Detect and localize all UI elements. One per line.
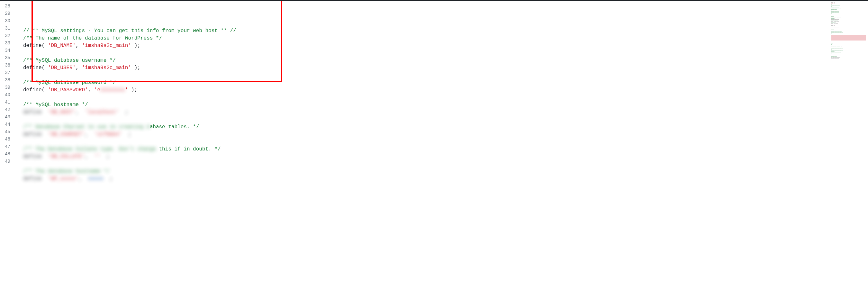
code-token: define — [23, 175, 48, 183]
line-number: 46 — [0, 136, 16, 143]
code-line[interactable] — [16, 116, 830, 123]
code-token: , — [85, 153, 94, 160]
code-token: define — [23, 43, 42, 49]
code-token: 'imsha9s2c_main' — [82, 65, 131, 71]
code-token: xxxxxxxx — [100, 87, 125, 94]
code-token: /** Database Charset to use in creating … — [23, 123, 150, 131]
code-content-area[interactable]: // ** MySQL settings - You can get this … — [16, 0, 830, 281]
line-number: 30 — [0, 18, 16, 25]
code-line[interactable]: define( 'DB_NAME', 'imsha9s2c_main' ); — [16, 42, 830, 50]
code-token: xxxxx — [88, 175, 103, 183]
code-token: /** MySQL hostname */ — [23, 102, 88, 108]
code-line[interactable]: /** MySQL database username */ — [16, 57, 830, 64]
minimap[interactable]: xxxxx xxxxxxx xxxx xxxxxxxxxxx xxxxxxxxx… — [830, 0, 868, 281]
code-line[interactable]: /** The database hostname */ — [16, 168, 830, 175]
code-token: define — [23, 87, 42, 93]
code-token: this if in doubt. */ — [156, 146, 221, 152]
code-token: /** The database hostname */ — [23, 168, 110, 175]
code-token: // ** MySQL settings - You can get this … — [23, 28, 236, 34]
code-line[interactable]: define 'WP_xxxxx', xxxxx ; — [16, 175, 830, 183]
line-number: 29 — [0, 10, 16, 18]
code-token: /** MySQL database username */ — [23, 58, 116, 63]
code-line[interactable]: define 'DB_CHARSET', 'utf8mb4' ; — [16, 131, 830, 138]
code-token: ; — [119, 109, 128, 116]
code-line[interactable] — [16, 94, 830, 101]
code-editor[interactable]: 2829303132333435363738394041424344454647… — [0, 0, 830, 281]
line-number: 39 — [0, 84, 16, 91]
line-number: 48 — [0, 151, 16, 158]
code-line[interactable]: define 'DB_HOST', 'localhost' ; — [16, 109, 830, 116]
line-number: 44 — [0, 121, 16, 128]
line-number: 35 — [0, 54, 16, 62]
code-token: 'DB_HOST' — [48, 109, 75, 116]
line-number: 36 — [0, 62, 16, 69]
line-number: 31 — [0, 25, 16, 32]
code-line[interactable] — [16, 50, 830, 57]
line-number: 40 — [0, 91, 16, 99]
code-token: 'DB_CHARSET' — [48, 131, 85, 138]
code-token: 'DB_PASSWORD' — [48, 87, 88, 93]
code-token: 'DB_USER' — [48, 65, 75, 71]
code-line[interactable]: /** The name of the database for WordPre… — [16, 35, 830, 42]
code-token: , — [75, 43, 82, 49]
code-token: /** The name of the database for WordPre… — [23, 35, 162, 41]
code-line[interactable]: /** MySQL database password */ — [16, 79, 830, 87]
line-number: 42 — [0, 106, 16, 114]
code-line[interactable]: /** MySQL hostname */ — [16, 101, 830, 109]
code-token: 'localhost' — [85, 109, 119, 116]
line-number: 41 — [0, 99, 16, 106]
code-token: ; — [103, 175, 113, 183]
editor-top-bar — [0, 0, 868, 1]
code-token: define — [23, 109, 48, 116]
line-number: 37 — [0, 69, 16, 76]
code-token: ); — [131, 65, 141, 71]
code-token: ; — [100, 153, 110, 160]
line-number: 45 — [0, 128, 16, 136]
code-token: ; — [122, 131, 131, 138]
code-token: '' — [94, 153, 100, 160]
code-token: ); — [131, 43, 141, 49]
code-line[interactable]: define( 'DB_PASSWORD', 'exxxxxxxx' ); — [16, 87, 830, 94]
code-token: ( — [42, 87, 48, 93]
code-line[interactable]: /** Database Charset to use in creating … — [16, 123, 830, 131]
line-number: 38 — [0, 76, 16, 84]
code-token: , — [75, 65, 82, 71]
code-token: 'e — [94, 87, 100, 93]
code-line[interactable]: // ** MySQL settings - You can get this … — [16, 27, 830, 35]
code-token: , — [85, 131, 94, 138]
code-token: define — [23, 153, 48, 160]
line-number: 43 — [0, 114, 16, 121]
code-token: 'imsha9s2c_main' — [82, 43, 131, 49]
code-token: 'DB_NAME' — [48, 43, 75, 49]
code-token: ( — [42, 43, 48, 49]
code-line[interactable]: define 'DB_COLLATE', '' ; — [16, 153, 830, 160]
minimap-line: xxxxxxxxxxxxxxxxxxx — [831, 60, 866, 61]
code-line[interactable] — [16, 20, 830, 27]
code-token: 'utf8mb4' — [94, 131, 122, 138]
code-token: /** MySQL database password */ — [23, 80, 116, 86]
code-line[interactable] — [16, 72, 830, 79]
code-line[interactable]: define( 'DB_USER', 'imsha9s2c_main' ); — [16, 64, 830, 72]
code-token: 'DB_COLLATE' — [48, 153, 85, 160]
line-number: 47 — [0, 143, 16, 151]
code-line[interactable] — [16, 160, 830, 168]
line-number: 32 — [0, 32, 16, 39]
line-number: 28 — [0, 3, 16, 10]
code-line[interactable] — [16, 138, 830, 146]
code-line[interactable]: /** The Database Collate type. Don't cha… — [16, 146, 830, 153]
code-token: ( — [42, 65, 48, 71]
line-number-gutter: 2829303132333435363738394041424344454647… — [0, 0, 16, 281]
code-token: , — [88, 87, 94, 93]
code-token: ); — [128, 87, 137, 93]
line-number: 34 — [0, 47, 16, 54]
code-token: define — [23, 131, 48, 138]
code-token: 'WP_xxxxx' — [48, 175, 79, 183]
code-token: , — [79, 175, 88, 183]
line-number: 33 — [0, 39, 16, 47]
line-number: 49 — [0, 158, 16, 165]
code-token: /** The Database Collate type. Don't cha… — [23, 146, 156, 153]
code-token: abase tables. */ — [150, 124, 199, 130]
code-token: , — [75, 109, 85, 116]
code-token: define — [23, 65, 42, 71]
